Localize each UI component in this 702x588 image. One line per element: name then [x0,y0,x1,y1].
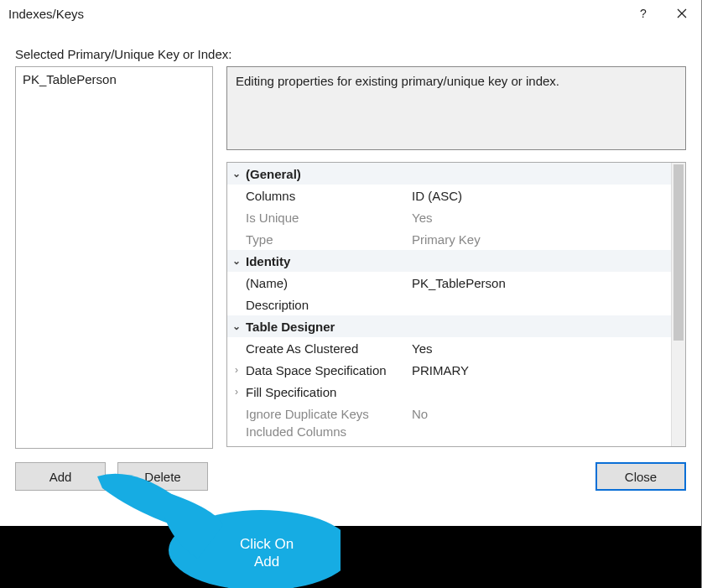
prop-row-create-clustered[interactable]: Create As Clustered Yes [227,337,671,359]
section-identity[interactable]: ⌄ Identity [227,250,671,272]
prop-row-fill-spec[interactable]: › Fill Specification [227,381,671,403]
description-box: Editing properties for existing primary/… [226,66,686,150]
subheading-label: Selected Primary/Unique Key or Index: [15,47,686,61]
titlebar: Indexes/Keys ? [0,0,701,27]
prop-row-description[interactable]: Description [227,294,671,315]
scrollbar-thumb[interactable] [673,164,684,341]
list-item[interactable]: PK_TablePerson [23,72,205,86]
prop-row-data-space[interactable]: › Data Space Specification PRIMARY [227,359,671,381]
close-window-button[interactable] [663,0,701,27]
scrollbar[interactable] [671,163,685,446]
close-button[interactable]: Close [595,462,686,491]
bottom-backdrop [0,526,701,588]
delete-button[interactable]: Delete [117,462,208,491]
help-button[interactable]: ? [624,0,663,27]
prop-row-type: Type Primary Key [227,228,671,250]
section-table-designer[interactable]: ⌄ Table Designer [227,315,671,337]
dialog-window: Indexes/Keys ? Selected Primary/Unique K… [0,0,702,588]
close-icon [677,8,687,18]
index-listbox[interactable]: PK_TablePerson [15,66,213,449]
window-title: Indexes/Keys [8,7,84,21]
section-general[interactable]: ⌄ (General) [227,163,671,185]
prop-row-name[interactable]: (Name) PK_TablePerson [227,272,671,294]
chevron-down-icon[interactable]: ⌄ [227,320,242,332]
prop-row-included-cols: Included Columns [227,424,671,440]
description-text: Editing properties for existing primary/… [236,74,559,88]
prop-row-is-unique: Is Unique Yes [227,206,671,228]
prop-row-columns[interactable]: Columns ID (ASC) [227,185,671,206]
add-button[interactable]: Add [15,462,106,491]
chevron-right-icon[interactable]: › [227,364,242,376]
chevron-down-icon[interactable]: ⌄ [227,168,242,180]
chevron-down-icon[interactable]: ⌄ [227,255,242,267]
chevron-right-icon[interactable]: › [227,386,242,398]
prop-row-ignore-dup: Ignore Duplicate Keys No [227,403,671,424]
property-grid[interactable]: ⌄ (General) Columns ID (ASC) Is Unique [226,162,686,447]
